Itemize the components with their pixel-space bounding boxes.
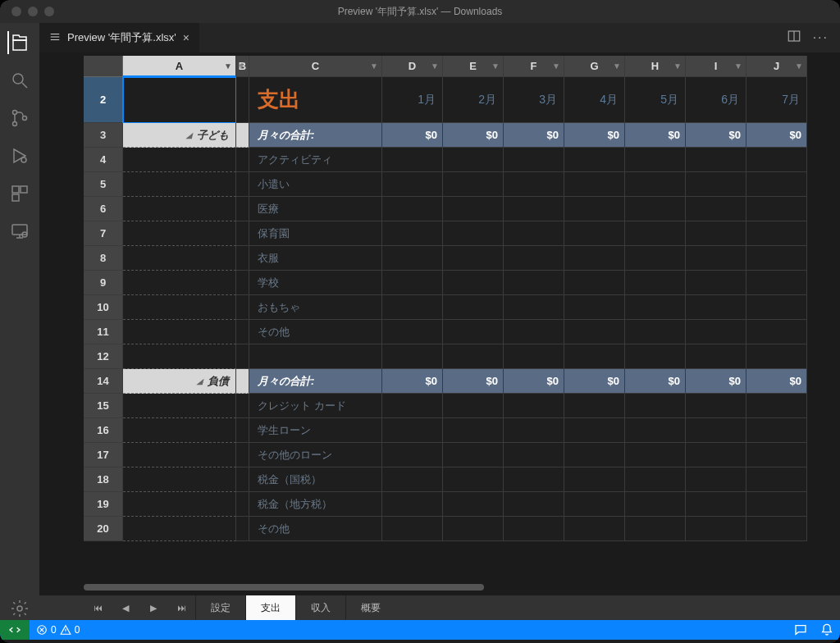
cell[interactable] [564, 295, 625, 320]
cell[interactable] [625, 271, 686, 295]
cell[interactable] [123, 443, 236, 467]
source-control-icon[interactable] [8, 107, 31, 130]
cell[interactable] [504, 418, 564, 443]
cell[interactable] [746, 344, 807, 369]
filter-icon[interactable]: ▼ [237, 62, 245, 71]
cell[interactable] [504, 295, 564, 320]
cell[interactable] [123, 197, 236, 221]
subtotal-value[interactable]: $0 [564, 123, 625, 148]
extensions-icon[interactable] [8, 182, 31, 205]
cell[interactable] [504, 197, 564, 221]
sheet-tab[interactable]: 概要 [345, 595, 395, 620]
row-header[interactable]: 11 [84, 320, 123, 344]
collapse-caret-icon[interactable]: ◢ [186, 131, 192, 139]
row-header[interactable]: 5 [84, 172, 123, 197]
cell[interactable] [746, 418, 807, 443]
cell[interactable] [504, 492, 564, 517]
line-item[interactable]: その他のローン [249, 443, 382, 467]
row-header[interactable]: 17 [84, 443, 123, 467]
row-header[interactable]: 10 [84, 295, 123, 320]
subtotal-value[interactable]: $0 [382, 123, 443, 148]
cell[interactable] [686, 221, 746, 246]
cell[interactable] [443, 197, 504, 221]
line-item[interactable]: 学校 [249, 271, 382, 295]
subtotal-value[interactable]: $0 [746, 123, 807, 148]
cell[interactable] [746, 271, 807, 295]
month-header[interactable]: 4月 [564, 77, 625, 123]
cell[interactable] [123, 320, 236, 344]
month-header[interactable]: 2月 [443, 77, 504, 123]
notifications-bell-icon[interactable] [814, 623, 840, 636]
prev-sheet-icon[interactable]: ◀ [112, 595, 139, 620]
filter-icon[interactable]: ▼ [224, 62, 232, 71]
close-icon[interactable]: × [183, 31, 189, 44]
cell[interactable] [686, 517, 746, 541]
cell[interactable] [123, 394, 236, 418]
month-header[interactable]: 3月 [504, 77, 564, 123]
subtotal-value[interactable]: $0 [686, 123, 746, 148]
row-header[interactable]: 9 [84, 271, 123, 295]
minimize-window-icon[interactable] [28, 7, 38, 16]
cell[interactable] [443, 320, 504, 344]
filter-icon[interactable]: ▼ [734, 62, 742, 71]
cell[interactable] [625, 443, 686, 467]
cell[interactable] [564, 492, 625, 517]
month-header[interactable]: 1月 [382, 77, 443, 123]
collapse-caret-icon[interactable]: ◢ [197, 377, 203, 385]
line-item[interactable]: クレジット カード [249, 394, 382, 418]
cell[interactable] [504, 271, 564, 295]
cell[interactable] [123, 467, 236, 492]
row-header[interactable]: 14 [84, 369, 123, 394]
row-header[interactable]: 18 [84, 467, 123, 492]
cell[interactable] [504, 320, 564, 344]
cell[interactable] [443, 344, 504, 369]
cell[interactable] [686, 418, 746, 443]
filter-icon[interactable]: ▼ [552, 62, 560, 71]
cell[interactable] [236, 123, 249, 148]
row-header[interactable]: 15 [84, 394, 123, 418]
cell[interactable] [443, 418, 504, 443]
cell[interactable] [236, 271, 249, 295]
cell[interactable] [686, 172, 746, 197]
cell[interactable] [564, 418, 625, 443]
editor-tab[interactable]: Preview '年間予算.xlsx' × [39, 23, 200, 52]
cell[interactable] [382, 271, 443, 295]
column-header-c[interactable]: C▼ [249, 56, 382, 77]
column-header-b[interactable]: B▼ [236, 56, 249, 77]
cell[interactable] [564, 344, 625, 369]
column-header-a[interactable]: A▼ [123, 56, 236, 77]
column-header-j[interactable]: J▼ [746, 56, 807, 77]
cell[interactable] [504, 467, 564, 492]
cell[interactable] [504, 517, 564, 541]
cell[interactable] [625, 492, 686, 517]
cell[interactable] [625, 221, 686, 246]
filter-icon[interactable]: ▼ [795, 62, 803, 71]
cell[interactable] [123, 492, 236, 517]
line-item[interactable]: 小遣い [249, 172, 382, 197]
more-actions-icon[interactable]: ··· [813, 30, 829, 45]
cell[interactable] [564, 271, 625, 295]
subtotal-value[interactable]: $0 [443, 369, 504, 394]
cell[interactable] [746, 443, 807, 467]
cell[interactable] [382, 246, 443, 271]
cell[interactable] [236, 443, 249, 467]
cell[interactable] [625, 394, 686, 418]
cell[interactable] [686, 197, 746, 221]
spreadsheet-viewport[interactable]: A▼ B▼ C▼ D▼ E▼ F▼ G▼ H▼ I▼ J▼ 2 支出 1月 [39, 52, 840, 620]
cell[interactable] [625, 197, 686, 221]
cell[interactable] [443, 517, 504, 541]
subtotal-label[interactable]: 月々の合計: [249, 369, 382, 394]
cell[interactable] [123, 172, 236, 197]
active-cell[interactable] [123, 77, 236, 123]
filter-icon[interactable]: ▼ [613, 62, 621, 71]
section-header[interactable]: ◢子ども [123, 123, 236, 148]
month-header[interactable]: 7月 [746, 77, 807, 123]
subtotal-value[interactable]: $0 [443, 123, 504, 148]
filter-icon[interactable]: ▼ [431, 62, 439, 71]
row-header[interactable]: 16 [84, 418, 123, 443]
filter-icon[interactable]: ▼ [370, 62, 378, 71]
cell[interactable] [236, 77, 249, 123]
cell[interactable] [382, 172, 443, 197]
row-header[interactable]: 19 [84, 492, 123, 517]
cell[interactable] [746, 172, 807, 197]
